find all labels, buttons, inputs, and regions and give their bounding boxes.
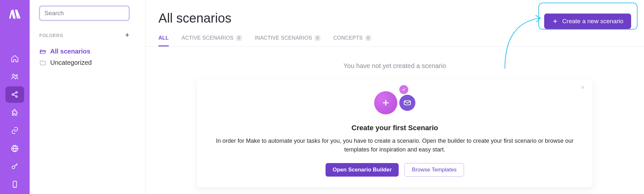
create-scenario-button[interactable]: Create a new scenario <box>544 14 631 29</box>
nav-rail <box>0 0 30 194</box>
folder-panel: FOLDERS + All scenarios Uncategorized <box>30 0 146 194</box>
tabs: ALL ACTIVE SCENARIOS 0 INACTIVE SCENARIO… <box>158 35 544 46</box>
svg-point-4 <box>16 96 17 97</box>
nav-phone-icon[interactable] <box>5 176 24 193</box>
main-content: All scenarios ALL ACTIVE SCENARIOS 0 INA… <box>146 0 644 194</box>
svg-point-2 <box>12 94 14 95</box>
tab-label: CONCEPTS <box>333 35 363 41</box>
nav-key-icon[interactable] <box>5 158 24 175</box>
onboarding-card: Create your first Scenario In order for … <box>197 79 593 188</box>
tab-count-badge: 0 <box>236 35 242 41</box>
empty-state-hint: You have not yet created a scenario <box>146 62 644 70</box>
folder-icon <box>39 59 46 66</box>
svg-point-6 <box>12 166 15 169</box>
search-input[interactable] <box>39 6 129 21</box>
mail-bubble-icon <box>399 95 415 111</box>
nav-globe-icon[interactable] <box>5 140 24 157</box>
card-graphic <box>208 85 581 121</box>
folder-open-icon <box>39 48 46 55</box>
tab-active-scenarios[interactable]: ACTIVE SCENARIOS 0 <box>182 35 242 46</box>
svg-point-1 <box>16 75 18 77</box>
nav-link-icon[interactable] <box>5 122 24 139</box>
app-logo[interactable] <box>9 8 21 21</box>
folders-heading: FOLDERS <box>39 33 63 38</box>
plus-icon <box>552 18 558 24</box>
svg-point-0 <box>12 74 14 76</box>
card-title: Create your first Scenario <box>208 124 581 132</box>
tab-count-badge: 0 <box>365 35 371 41</box>
check-bubble-icon <box>399 85 408 94</box>
tab-count-badge: 0 <box>315 35 320 41</box>
tab-concepts[interactable]: CONCEPTS 0 <box>333 35 371 46</box>
tab-inactive-scenarios[interactable]: INACTIVE SCENARIOS 0 <box>255 35 320 46</box>
create-button-label: Create a new scenario <box>562 18 623 25</box>
card-body: In order for Make to automate your tasks… <box>208 137 581 154</box>
nav-puzzle-icon[interactable] <box>5 104 24 121</box>
tab-label: ACTIVE SCENARIOS <box>182 35 233 41</box>
folder-item-all-scenarios[interactable]: All scenarios <box>39 46 137 57</box>
open-scenario-builder-button[interactable]: Open Scenario Builder <box>326 163 399 177</box>
add-folder-button[interactable]: + <box>125 32 129 39</box>
tab-all[interactable]: ALL <box>158 35 169 46</box>
browse-templates-button[interactable]: Browse Templates <box>404 163 464 177</box>
plus-bubble-icon <box>374 91 397 114</box>
tab-label: ALL <box>158 35 169 41</box>
nav-home-icon[interactable] <box>5 50 24 67</box>
folder-item-uncategorized[interactable]: Uncategorized <box>39 57 137 68</box>
svg-point-3 <box>16 92 17 93</box>
tab-label: INACTIVE SCENARIOS <box>255 35 312 41</box>
page-title: All scenarios <box>158 11 544 25</box>
folder-label: Uncategorized <box>50 59 92 66</box>
nav-users-icon[interactable] <box>5 68 24 85</box>
nav-share-icon[interactable] <box>5 86 24 103</box>
folder-label: All scenarios <box>50 48 90 55</box>
